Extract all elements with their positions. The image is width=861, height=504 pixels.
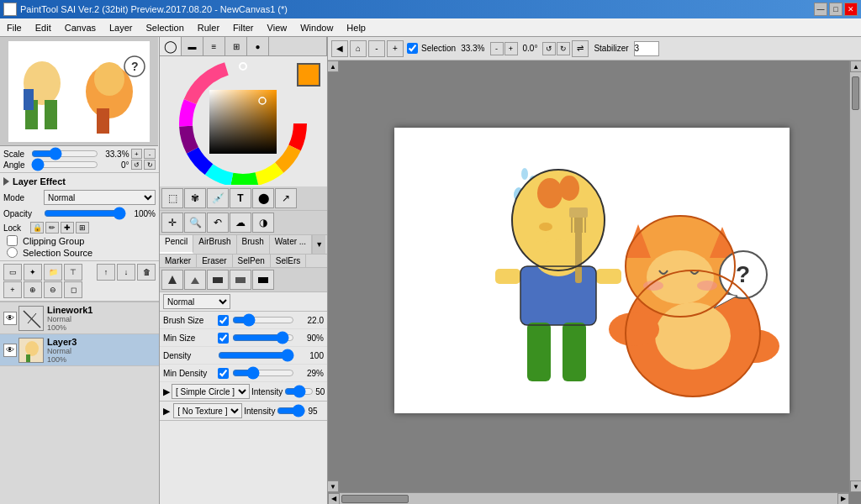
angle-ccw-button[interactable]: ↺	[131, 160, 143, 170]
scale-increase-button[interactable]: -	[144, 149, 156, 159]
eyedropper-tool[interactable]: 💉	[207, 188, 229, 208]
brush-sub-icon4[interactable]	[230, 270, 251, 290]
brush-tab-water[interactable]: Water ...	[270, 235, 312, 254]
brush-tabs-scroll-icon[interactable]: ▼	[312, 235, 325, 254]
drawing-canvas[interactable]: ?	[394, 128, 790, 413]
brush-texture-preset-select[interactable]: [ No Texture ]	[173, 403, 242, 418]
paste-layer-button[interactable]: ⊖	[44, 281, 62, 298]
canvas-area[interactable]: ◀ ⌂ - + Selection 33.3% - + 0.0° ↺ ↻ ⇌ S…	[328, 37, 861, 504]
brush-tab-airbrush[interactable]: AirBrush	[193, 235, 236, 254]
selection-source-radio[interactable]	[7, 247, 18, 258]
color-tab-wheel[interactable]: ◯	[160, 37, 182, 55]
v-scroll-thumb[interactable]	[852, 76, 859, 110]
foreground-color-swatch[interactable]	[297, 63, 320, 87]
color-wheel-svg[interactable]	[178, 59, 309, 185]
copy-layer-button[interactable]: ⊕	[24, 281, 42, 298]
lock-move-icon[interactable]: ✚	[61, 222, 74, 234]
menu-canvas[interactable]: Canvas	[58, 21, 103, 34]
min-size-checkbox[interactable]	[218, 333, 229, 344]
menu-file[interactable]: File	[0, 21, 29, 34]
layer-item-layer3[interactable]: 👁 Layer3 Normal 100%	[0, 334, 159, 366]
angle-slider[interactable]	[31, 161, 98, 168]
density-slider[interactable]	[218, 349, 294, 362]
delete-layer-button[interactable]: 🗑	[137, 264, 156, 281]
new-vector-layer-button[interactable]: ✦	[24, 264, 42, 281]
scroll-down-button[interactable]: ▼	[850, 480, 861, 492]
clipping-group-checkbox[interactable]	[7, 235, 18, 246]
color-tab-rgb[interactable]: ▬	[182, 37, 203, 55]
transform-layer-button[interactable]: ⊤	[64, 264, 82, 281]
brush-tab-brush[interactable]: Brush	[237, 235, 270, 254]
brush-tab-eraser[interactable]: Eraser	[197, 255, 232, 267]
lock-paint-icon[interactable]: ✏	[45, 222, 59, 234]
new-layer-button[interactable]: +	[3, 281, 22, 298]
move-tool[interactable]: ✛	[161, 213, 183, 233]
color-tab-history[interactable]: ●	[247, 37, 269, 55]
scroll-left-button[interactable]: ◀	[328, 493, 340, 505]
menu-layer[interactable]: Layer	[103, 21, 140, 34]
lock-transparency-icon[interactable]: 🔒	[30, 222, 44, 234]
menu-selection[interactable]: Selection	[140, 21, 191, 34]
color-tab-palette[interactable]: ⊞	[225, 37, 247, 55]
close-button[interactable]: ✕	[844, 3, 858, 16]
min-density-slider[interactable]	[232, 366, 294, 380]
blur-tool[interactable]: ◑	[252, 213, 274, 233]
v-scroll-track[interactable]	[850, 76, 861, 485]
scale-slider[interactable]	[31, 150, 98, 157]
min-density-checkbox[interactable]	[218, 368, 229, 379]
color-tab-hsv[interactable]: ≡	[203, 37, 225, 55]
layer-visibility-icon[interactable]: 👁	[3, 344, 17, 357]
brush-tab-marker[interactable]: Marker	[160, 255, 197, 267]
color-swatch-fg[interactable]	[305, 37, 327, 55]
zoom-tool[interactable]: 🔍	[184, 213, 206, 233]
brush-size-slider[interactable]	[232, 313, 294, 327]
menu-help[interactable]: Help	[340, 21, 372, 34]
lock-all-icon[interactable]: ⊞	[76, 222, 89, 234]
brush-tab-pencil[interactable]: Pencil	[160, 235, 193, 254]
texture-intensity-slider[interactable]	[277, 404, 306, 417]
minimize-button[interactable]: —	[814, 3, 827, 16]
expand-texture-icon[interactable]: ▶	[163, 406, 172, 417]
h-scroll-thumb[interactable]	[341, 495, 409, 503]
menu-window[interactable]: Window	[293, 21, 340, 34]
merge-down-button[interactable]: ↓	[117, 264, 135, 281]
brush-size-checkbox[interactable]	[218, 315, 229, 326]
menu-view[interactable]: View	[261, 21, 294, 34]
scale-decrease-button[interactable]: +	[131, 149, 143, 159]
brush-sub-icon5[interactable]	[252, 270, 274, 290]
selection-tool-extra[interactable]: ↗	[275, 188, 297, 208]
menu-ruler[interactable]: Ruler	[191, 21, 226, 34]
brush-tab-selpen[interactable]: SelPen	[233, 255, 271, 267]
smudge-tool[interactable]: ☁	[230, 213, 251, 233]
brush-sub-icon1[interactable]	[161, 270, 183, 290]
h-scroll-track[interactable]	[340, 493, 837, 505]
opacity-slider[interactable]	[44, 207, 126, 220]
brush-tab-selers[interactable]: SelErs	[271, 255, 306, 267]
menu-filter[interactable]: Filter	[226, 21, 260, 34]
canvas-scrollbar-vertical[interactable]: ▲ ▼	[849, 60, 861, 492]
window-controls[interactable]: — □ ✕	[814, 3, 858, 16]
expand-circle-icon[interactable]: ▶	[163, 386, 170, 397]
layer-visibility-icon[interactable]: 👁	[3, 312, 17, 325]
new-raster-layer-button[interactable]: ▭	[3, 264, 22, 281]
move-up-button[interactable]: ↑	[97, 264, 115, 281]
text-tool[interactable]: T	[230, 188, 251, 208]
brush-blend-mode-select[interactable]: Normal Multiply Screen	[163, 294, 230, 309]
brush-circle-preset-select[interactable]: [ Simple Circle ]	[172, 384, 250, 399]
min-size-slider[interactable]	[232, 331, 294, 344]
maximize-button[interactable]: □	[829, 3, 843, 16]
new-set-layer-button[interactable]: 📁	[44, 264, 62, 281]
scroll-down-arrow[interactable]: ▼	[328, 480, 339, 492]
circle-intensity-slider[interactable]	[284, 385, 314, 398]
color-wheel-area[interactable]	[160, 56, 327, 186]
brush-sub-icon2[interactable]	[184, 270, 206, 290]
layer-item-linework1[interactable]: 👁 Linework1 Normal 100%	[0, 302, 159, 334]
canvas-scrollbar-horizontal[interactable]: ◀ ▶	[328, 492, 849, 504]
brush-sub-icon3[interactable]	[207, 270, 229, 290]
scroll-up-arrow[interactable]: ▲	[328, 60, 339, 72]
selection-lasso-tool[interactable]: ✾	[184, 188, 206, 208]
layer-effect-title[interactable]: Layer Effect	[3, 175, 156, 188]
fill-tool[interactable]: ⬤	[252, 188, 274, 208]
scroll-right-button[interactable]: ▶	[837, 493, 849, 505]
angle-cw-button[interactable]: ↻	[144, 160, 156, 170]
